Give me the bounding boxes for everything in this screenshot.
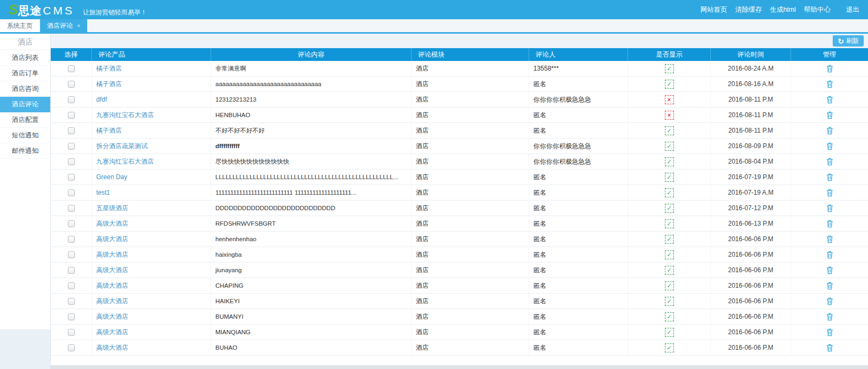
row-checkbox[interactable] [68,329,75,336]
trash-icon[interactable] [826,266,833,274]
nav-site-home[interactable]: 网站首页 [700,5,727,14]
visibility-toggle-icon[interactable]: ✓ [665,157,674,166]
visibility-toggle-icon[interactable]: ✓ [665,173,674,182]
logo-name: 思途 [18,3,42,18]
trash-icon[interactable] [826,158,833,166]
visibility-toggle-icon[interactable]: ✓ [665,297,674,306]
trash-icon[interactable] [826,204,833,212]
visibility-toggle-icon[interactable]: ✓ [665,235,674,244]
row-checkbox[interactable] [68,96,75,103]
row-checkbox[interactable] [68,344,75,351]
row-checkbox[interactable] [68,189,75,196]
sidebar-item-hotel-list[interactable]: 酒店列表 [0,50,50,66]
product-link[interactable]: 高级大酒店 [96,282,128,289]
trash-icon[interactable] [826,282,833,290]
row-checkbox[interactable] [68,65,75,72]
product-link[interactable]: 橘子酒店 [96,80,122,88]
visibility-toggle-icon[interactable]: ✓ [665,204,674,213]
product-link[interactable]: 高级大酒店 [96,328,128,336]
row-checkbox[interactable] [68,174,75,181]
product-link[interactable]: 高级大酒店 [96,297,128,305]
tab-close-icon[interactable]: × [77,23,80,29]
visibility-toggle-icon[interactable]: × [665,95,674,104]
sidebar-item-hotel-orders[interactable]: 酒店订单 [0,66,50,81]
tab-system-home[interactable]: 系统主页 [0,19,40,32]
row-checkbox[interactable] [68,143,75,150]
row-checkbox[interactable] [68,127,75,134]
product-link[interactable]: 高级大酒店 [96,251,128,258]
sidebar-item-hotel-inquiry[interactable]: 酒店咨询 [0,81,50,97]
trash-icon[interactable] [826,328,833,336]
trash-icon[interactable] [826,297,833,305]
product-link[interactable]: Green Day [96,173,127,181]
row-checkbox[interactable] [68,298,75,305]
product-link[interactable]: 高级大酒店 [96,235,128,243]
visibility-toggle-icon[interactable]: ✓ [665,343,674,352]
product-link[interactable]: 五星级酒店 [96,204,128,212]
visibility-toggle-icon[interactable]: ✓ [665,281,674,290]
sidebar-item-hotel-reviews[interactable]: 酒店评论 [0,97,50,112]
product-link[interactable]: 橘子酒店 [96,65,122,72]
row-checkbox[interactable] [68,236,75,243]
trash-icon[interactable] [826,220,833,228]
logout-link[interactable]: 退出 [846,5,859,14]
row-checkbox[interactable] [68,282,75,289]
sidebar-item-hotel-config[interactable]: 酒店配置 [0,112,50,128]
product-link[interactable]: 九寨沟红宝石大酒店 [96,158,154,165]
product-link[interactable]: 拆分酒店蔬菜测试 [96,142,148,150]
visibility-toggle-icon[interactable]: ✓ [665,219,674,228]
trash-icon[interactable] [826,189,833,197]
visibility-cell: ✓ [628,263,711,278]
nav-help-center[interactable]: 帮助中心 [804,5,831,14]
row-checkbox[interactable] [68,81,75,88]
row-checkbox[interactable] [68,205,75,212]
trash-icon[interactable] [826,344,833,352]
row-checkbox[interactable] [68,220,75,227]
sidebar-item-sms-notify[interactable]: 短信通知 [0,128,50,143]
row-checkbox[interactable] [68,313,75,320]
nav-clear-cache[interactable]: 清除缓存 [735,5,762,14]
product-link[interactable]: 高级大酒店 [96,220,128,227]
trash-icon[interactable] [826,127,833,135]
row-checkbox[interactable] [68,251,75,258]
trash-icon[interactable] [826,96,833,104]
nav-generate-html[interactable]: 生成html [770,5,796,14]
row-checkbox[interactable] [68,267,75,274]
row-checkbox[interactable] [68,158,75,165]
product-link[interactable]: 高级大酒店 [96,313,128,320]
trash-icon[interactable] [826,173,833,181]
product-link[interactable]: test1 [96,189,110,196]
product-link[interactable]: 高级大酒店 [96,344,128,351]
visibility-toggle-icon[interactable]: ✓ [665,80,674,89]
product-link[interactable]: dfdf [96,96,107,103]
content-cell: henhenhenhao [211,232,412,247]
product-link[interactable]: 高级大酒店 [96,266,128,274]
visibility-toggle-icon[interactable]: ✓ [665,328,674,337]
visibility-toggle-icon[interactable]: ✓ [665,188,674,197]
visibility-toggle-icon[interactable]: ✓ [665,266,674,275]
trash-icon[interactable] [826,65,833,73]
trash-icon[interactable] [826,313,833,321]
refresh-button[interactable]: ↻ 刷新 [833,35,864,47]
time-cell: 2016-06-13 P.M [711,216,791,232]
tab-label: 酒店评论 [47,21,73,30]
visibility-toggle-icon[interactable]: ✓ [665,126,674,135]
row-select-cell [51,325,92,340]
visibility-toggle-icon[interactable]: × [665,111,674,120]
tab-hotel-reviews[interactable]: 酒店评论 × [40,19,88,32]
sidebar-item-email-notify[interactable]: 邮件通知 [0,143,50,159]
trash-icon[interactable] [826,251,833,259]
trash-icon[interactable] [826,80,833,88]
visibility-toggle-icon[interactable]: ✓ [665,312,674,321]
visibility-toggle-icon[interactable]: ✓ [665,250,674,259]
sidebar-title: 酒店 [0,34,50,50]
visibility-cell: ✓ [628,340,711,356]
visibility-toggle-icon[interactable]: ✓ [665,64,674,73]
trash-icon[interactable] [826,111,833,119]
trash-icon[interactable] [826,142,833,150]
trash-icon[interactable] [826,235,833,243]
row-checkbox[interactable] [68,112,75,119]
product-link[interactable]: 橘子酒店 [96,127,122,134]
visibility-toggle-icon[interactable]: ✓ [665,142,674,151]
product-link[interactable]: 九寨沟红宝石大酒店 [96,111,154,119]
